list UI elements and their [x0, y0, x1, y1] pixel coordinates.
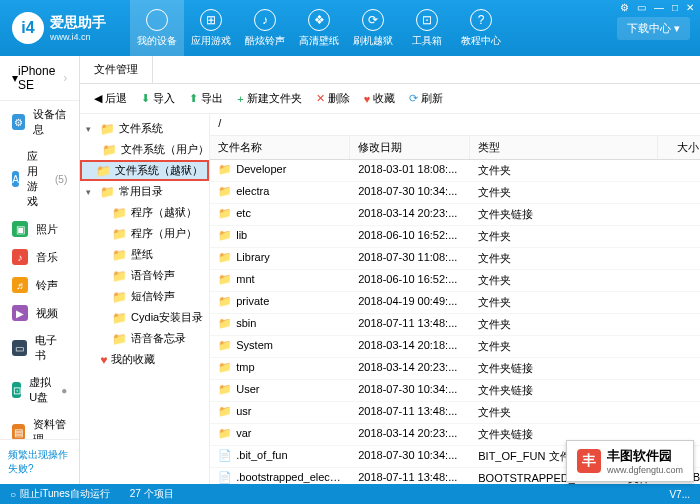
theme-icon[interactable]: ▭	[637, 2, 646, 13]
nav-label: 我的设备	[137, 34, 177, 48]
cell-type: 文件夹	[470, 314, 658, 335]
tree-item-1[interactable]: 📁文件系统（用户）	[80, 139, 209, 160]
sidebar-icon: ♬	[12, 277, 28, 293]
nav-item-5[interactable]: ⊡工具箱	[400, 0, 454, 56]
sidebar-item-7[interactable]: ⊡虚拟U盘●	[0, 369, 79, 411]
column-name[interactable]: 文件名称	[210, 136, 350, 159]
close-icon[interactable]: ✕	[686, 2, 694, 13]
cell-type: 文件夹	[470, 270, 658, 291]
sidebar-item-8[interactable]: ▤资料管理	[0, 411, 79, 439]
tab-file-management[interactable]: 文件管理	[80, 56, 153, 83]
tree-label: 短信铃声	[131, 289, 175, 304]
folder-icon: 📁	[218, 163, 232, 175]
tree-item-7[interactable]: 📁语音铃声	[80, 265, 209, 286]
tree-item-4[interactable]: 📁程序（越狱）	[80, 202, 209, 223]
folder-icon: 📁	[218, 427, 232, 439]
settings-icon[interactable]: ⚙	[620, 2, 629, 13]
nav-item-0[interactable]: 我的设备	[130, 0, 184, 56]
table-row[interactable]: 📁electra2018-07-30 10:34:...文件夹	[210, 182, 700, 204]
refresh-button[interactable]: ⟳刷新	[405, 89, 447, 108]
sidebar-icon: ⚙	[12, 114, 25, 130]
nav-item-2[interactable]: ♪酷炫铃声	[238, 0, 292, 56]
tree-label: 语音备忘录	[131, 331, 186, 346]
folder-icon: 📁	[112, 269, 127, 283]
tree-item-3[interactable]: ▾📁常用目录	[80, 181, 209, 202]
tree-item-2[interactable]: 📁文件系统（越狱）	[80, 160, 209, 181]
cell-size	[658, 314, 700, 335]
cell-size	[658, 248, 700, 269]
tree-label: 我的收藏	[111, 352, 155, 367]
new-folder-button[interactable]: +新建文件夹	[233, 89, 305, 108]
back-button[interactable]: ◀后退	[90, 89, 131, 108]
sidebar-label: 照片	[36, 222, 58, 237]
item-count: 27 个项目	[130, 487, 174, 501]
cell-size	[658, 380, 700, 401]
table-row[interactable]: 📁User2018-07-30 10:34:...文件夹链接	[210, 380, 700, 402]
delete-button[interactable]: ✕删除	[312, 89, 354, 108]
sidebar-icon: A	[12, 171, 19, 187]
column-date[interactable]: 修改日期	[350, 136, 470, 159]
watermark: 丰 丰图软件园 www.dgfengtu.com	[566, 440, 694, 482]
sidebar-item-6[interactable]: ▭电子书	[0, 327, 79, 369]
tree-item-11[interactable]: ♥我的收藏	[80, 349, 209, 370]
column-size[interactable]: 大小	[658, 136, 700, 159]
device-name: iPhone SE	[18, 64, 63, 92]
table-row[interactable]: 📁Library2018-07-30 11:08:...文件夹	[210, 248, 700, 270]
tree-item-10[interactable]: 📁语音备忘录	[80, 328, 209, 349]
sidebar-item-4[interactable]: ♬铃声	[0, 271, 79, 299]
minimize-icon[interactable]: —	[654, 2, 664, 13]
sidebar-item-1[interactable]: A应用游戏(5)	[0, 143, 79, 215]
path-bar[interactable]: /	[210, 114, 700, 136]
folder-icon: 📁	[218, 207, 232, 219]
download-center-button[interactable]: 下载中心 ▾	[617, 17, 690, 40]
table-row[interactable]: 📁sbin2018-07-11 13:48:...文件夹	[210, 314, 700, 336]
sidebar-item-0[interactable]: ⚙设备信息	[0, 101, 79, 143]
tree-item-8[interactable]: 📁短信铃声	[80, 286, 209, 307]
folder-icon: 📁	[218, 273, 232, 285]
sidebar-item-5[interactable]: ▶视频	[0, 299, 79, 327]
itunes-block-toggle[interactable]: ○阻止iTunes自动运行	[10, 487, 110, 501]
tree-item-9[interactable]: 📁Cydia安装目录	[80, 307, 209, 328]
nav-icon: ⊞	[200, 9, 222, 31]
nav-icon: ❖	[308, 9, 330, 31]
sidebar-item-3[interactable]: ♪音乐	[0, 243, 79, 271]
table-row[interactable]: 📁usr2018-07-11 13:48:...文件夹	[210, 402, 700, 424]
app-title: 爱思助手	[50, 14, 106, 32]
device-selector[interactable]: ▾ iPhone SE ›	[0, 56, 79, 101]
folder-icon: 📁	[112, 290, 127, 304]
tree-item-6[interactable]: 📁壁纸	[80, 244, 209, 265]
folder-icon: 📁	[112, 248, 127, 262]
tree-item-0[interactable]: ▾📁文件系统	[80, 118, 209, 139]
import-button[interactable]: ⬇导入	[137, 89, 179, 108]
sidebar-item-2[interactable]: ▣照片	[0, 215, 79, 243]
cell-size	[658, 226, 700, 247]
chevron-right-icon: ›	[63, 71, 67, 85]
tree-item-5[interactable]: 📁程序（用户）	[80, 223, 209, 244]
nav-item-6[interactable]: ?教程中心	[454, 0, 508, 56]
cell-date: 2018-07-11 13:48:...	[350, 314, 470, 335]
column-type[interactable]: 类型	[470, 136, 658, 159]
nav-item-4[interactable]: ⟳刷机越狱	[346, 0, 400, 56]
cell-date: 2018-07-30 10:34:...	[350, 380, 470, 401]
folder-icon: 📁	[218, 295, 232, 307]
table-row[interactable]: 📁tmp2018-03-14 20:23:...文件夹链接	[210, 358, 700, 380]
help-link[interactable]: 频繁出现操作失败?	[0, 439, 79, 484]
nav-icon	[146, 9, 168, 31]
export-button[interactable]: ⬆导出	[185, 89, 227, 108]
favorite-button[interactable]: ♥收藏	[360, 89, 400, 108]
nav-item-3[interactable]: ❖高清壁纸	[292, 0, 346, 56]
table-row[interactable]: 📁Developer2018-03-01 18:08:...文件夹	[210, 160, 700, 182]
table-row[interactable]: 📁System2018-03-14 20:18:...文件夹	[210, 336, 700, 358]
cell-name: 📁mnt	[210, 270, 350, 291]
nav-label: 高清壁纸	[299, 34, 339, 48]
cell-type: 文件夹链接	[470, 358, 658, 379]
table-row[interactable]: 📁lib2018-06-10 16:52:...文件夹	[210, 226, 700, 248]
nav-label: 酷炫铃声	[245, 34, 285, 48]
table-row[interactable]: 📁mnt2018-06-10 16:52:...文件夹	[210, 270, 700, 292]
maximize-icon[interactable]: □	[672, 2, 678, 13]
logo: i4 爱思助手 www.i4.cn	[0, 12, 130, 44]
table-row[interactable]: 📁private2018-04-19 00:49:...文件夹	[210, 292, 700, 314]
cell-date: 2018-03-01 18:08:...	[350, 160, 470, 181]
nav-item-1[interactable]: ⊞应用游戏	[184, 0, 238, 56]
table-row[interactable]: 📁etc2018-03-14 20:23:...文件夹链接	[210, 204, 700, 226]
